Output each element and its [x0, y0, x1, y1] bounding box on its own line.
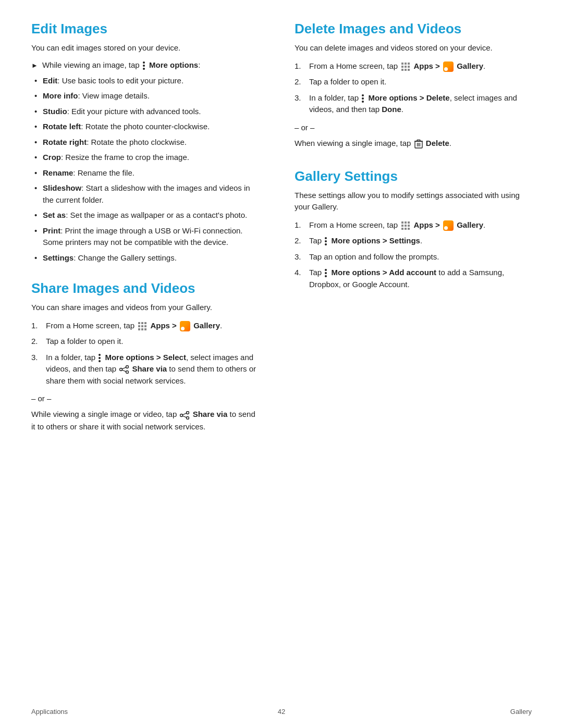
svg-rect-38	[408, 221, 410, 224]
svg-rect-22	[401, 66, 403, 68]
footer-center: 42	[278, 708, 285, 715]
delete-step-2: 2. Tap a folder to open it.	[295, 76, 532, 88]
svg-line-13	[122, 370, 126, 372]
edit-images-intro: You can edit images stored on your devic…	[31, 42, 258, 54]
list-item: Slideshow: Start a slideshow with the im…	[31, 182, 258, 206]
more-options-icon-delete	[362, 94, 365, 103]
delete-trash-icon	[414, 139, 423, 149]
settings-step-1: 1. From a Home screen, tap	[295, 219, 532, 231]
list-item: Rotate left: Rotate the photo counter-cl…	[31, 121, 258, 133]
right-column: Delete Images and Videos You can delete …	[295, 21, 532, 429]
share-step-1: 1. From a Home screen, tap	[31, 320, 258, 332]
svg-rect-44	[408, 228, 410, 230]
svg-rect-26	[405, 69, 407, 71]
or-divider-share: – or –	[31, 394, 258, 403]
svg-point-16	[180, 414, 183, 417]
svg-point-9	[126, 366, 129, 368]
svg-point-15	[187, 417, 189, 419]
delete-images-intro: You can delete images and videos stored …	[295, 42, 532, 54]
svg-rect-23	[405, 66, 407, 68]
left-column: Edit Images You can edit images stored o…	[31, 21, 268, 697]
share-step-3: 3. In a folder, tap More options > Selec…	[31, 352, 258, 387]
settings-step-3: 3. Tap an option and follow the prompts.	[295, 251, 532, 263]
svg-rect-39	[401, 225, 403, 227]
delete-or-text: When viewing a single image, tap Delete.	[295, 137, 532, 150]
more-options-icon-settings	[325, 237, 328, 245]
delete-step-1: 1. From a Home screen, tap	[295, 60, 532, 72]
svg-rect-6	[138, 328, 140, 330]
list-item: Studio: Edit your picture with advanced …	[31, 106, 258, 118]
share-steps-list: 1. From a Home screen, tap	[31, 320, 258, 387]
svg-rect-25	[401, 69, 403, 71]
svg-rect-3	[138, 325, 140, 327]
gallery-app-icon	[180, 321, 190, 331]
share-images-title: Share Images and Videos	[31, 280, 258, 297]
svg-point-14	[187, 412, 189, 414]
svg-rect-21	[408, 63, 410, 65]
svg-rect-20	[405, 63, 407, 65]
list-item: Edit: Use basic tools to edit your pictu…	[31, 75, 258, 87]
svg-point-11	[120, 368, 123, 371]
svg-rect-1	[141, 322, 143, 324]
arrow-item-more-options: ► While viewing an image, tap More optio…	[31, 60, 258, 70]
list-item: Rename: Rename the file.	[31, 167, 258, 179]
svg-line-12	[122, 367, 126, 369]
more-options-icon-share	[99, 354, 102, 362]
arrow-icon: ►	[31, 61, 38, 69]
gallery-app-icon-settings	[443, 220, 454, 231]
list-item: Crop: Resize the frame to crop the image…	[31, 152, 258, 164]
settings-step-4: 4. Tap More options > Add account to add…	[295, 267, 532, 290]
list-item: Print: Print the image through a USB or …	[31, 225, 258, 249]
svg-rect-8	[144, 328, 146, 330]
share-images-intro: You can share images and videos from you…	[31, 302, 258, 314]
svg-rect-19	[401, 63, 403, 65]
settings-step-2: 2. Tap More options > Settings.	[295, 235, 532, 247]
svg-rect-37	[405, 221, 407, 224]
svg-rect-24	[408, 66, 410, 68]
gallery-app-icon-delete	[443, 61, 454, 72]
svg-rect-42	[401, 228, 403, 230]
apps-grid-icon-delete	[401, 62, 410, 71]
svg-rect-41	[408, 225, 410, 227]
or-divider-delete: – or –	[295, 123, 532, 132]
gallery-settings-steps: 1. From a Home screen, tap	[295, 219, 532, 291]
svg-rect-27	[408, 69, 410, 71]
svg-rect-7	[141, 328, 143, 330]
svg-rect-4	[141, 325, 143, 327]
delete-steps-list: 1. From a Home screen, tap	[295, 60, 532, 116]
list-item: More info: View image details.	[31, 90, 258, 102]
share-via-icon	[119, 365, 129, 374]
more-options-label: More options	[149, 60, 198, 69]
apps-grid-icon-settings	[401, 221, 410, 230]
svg-point-10	[126, 371, 129, 374]
svg-line-17	[183, 413, 187, 415]
footer-left: Applications	[31, 708, 68, 715]
delete-images-title: Delete Images and Videos	[295, 21, 532, 37]
share-or-text: While viewing a single image or video, t…	[31, 408, 258, 433]
share-via-icon-2	[180, 411, 189, 419]
edit-images-title: Edit Images	[31, 21, 258, 37]
share-images-section: Share Images and Videos You can share im…	[31, 280, 258, 433]
footer-right: Gallery	[510, 708, 532, 715]
gallery-settings-section: Gallery Settings These settings allow yo…	[295, 168, 532, 291]
svg-rect-2	[144, 322, 146, 324]
edit-bullets-list: Edit: Use basic tools to edit your pictu…	[31, 75, 258, 264]
list-item: Set as: Set the image as wallpaper or as…	[31, 209, 258, 221]
svg-rect-40	[405, 225, 407, 227]
list-item: Rotate right: Rotate the photo clockwise…	[31, 137, 258, 149]
more-options-icon-settings-2	[325, 269, 328, 277]
apps-grid-icon	[138, 322, 147, 331]
gallery-settings-intro: These settings allow you to modify setti…	[295, 190, 532, 213]
svg-line-18	[183, 416, 187, 417]
arrow-item-text: While viewing an image, tap More options…	[42, 60, 200, 70]
share-step-2: 2. Tap a folder to open it.	[31, 336, 258, 348]
gallery-settings-title: Gallery Settings	[295, 168, 532, 184]
delete-step-3: 3. In a folder, tap More options > Delet…	[295, 92, 532, 116]
svg-rect-5	[144, 325, 146, 327]
svg-rect-0	[138, 322, 140, 324]
svg-rect-43	[405, 228, 407, 230]
more-options-inline-icon	[143, 61, 146, 70]
list-item: Settings: Change the Gallery settings.	[31, 252, 258, 264]
svg-rect-36	[401, 221, 403, 224]
